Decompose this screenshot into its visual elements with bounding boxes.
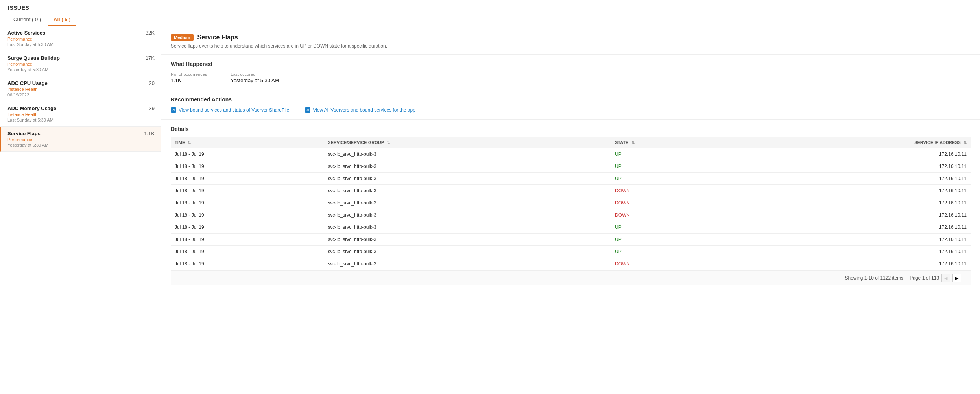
cell-time: Jul 18 - Jul 19 [171,185,324,197]
table-row: Jul 18 - Jul 19 svc-lb_srvc_http-bulk-3 … [171,148,971,160]
cell-ip: 172.16.10.11 [723,221,971,234]
tab-all[interactable]: All ( 5 ) [48,14,76,26]
issue-count: 1.1K [144,131,155,136]
issue-count: 17K [146,55,155,61]
stat-item-1: Last occured Yesterday at 5:30 AM [231,72,279,83]
stat-label: No. of occurrences [171,72,207,77]
cell-time: Jul 18 - Jul 19 [171,221,324,234]
issue-item-header: ADC CPU Usage 20 [7,80,155,86]
table-row: Jul 18 - Jul 19 svc-lb_srvc_http-bulk-3 … [171,197,971,209]
cell-state: UP [611,246,723,258]
cell-service: svc-lb_srvc_http-bulk-3 [324,234,611,246]
cell-time: Jul 18 - Jul 19 [171,197,324,209]
issue-category: Performance [7,62,155,66]
recommended-actions-section: Recommended Actions View bound services … [161,90,980,120]
main-panel: Medium Service Flaps Service flaps event… [161,26,980,394]
issue-item-2[interactable]: Surge Queue Buildup 17K Performance Yest… [0,51,161,76]
details-table: TIME ⇅SERVICE/SERVICE GROUP ⇅STATE ⇅SERV… [171,137,971,270]
cell-time: Jul 18 - Jul 19 [171,160,324,173]
cell-service: svc-lb_srvc_http-bulk-3 [324,148,611,160]
stat-label: Last occured [231,72,279,77]
sort-icon-ip: ⇅ [963,140,967,145]
showing-text: Showing 1-10 of 1122 items [845,275,904,281]
app-layout: ISSUES Current ( 0 ) All ( 5 ) Active Se… [0,0,980,394]
prev-page-button[interactable]: ◀ [941,274,950,282]
severity-badge: Medium [171,34,194,41]
cell-service: svc-lb_srvc_http-bulk-3 [324,221,611,234]
issue-item-4[interactable]: ADC Memory Usage 39 Instance Health Last… [0,101,161,127]
cell-ip: 172.16.10.11 [723,197,971,209]
table-row: Jul 18 - Jul 19 svc-lb_srvc_http-bulk-3 … [171,246,971,258]
issue-item-header: Service Flaps 1.1K [7,131,155,136]
cell-state: DOWN [611,185,723,197]
issue-name: ADC Memory Usage [7,105,56,111]
cell-service: svc-lb_srvc_http-bulk-3 [324,160,611,173]
issue-item-3[interactable]: ADC CPU Usage 20 Instance Health 06/19/2… [0,76,161,101]
recommended-actions-title: Recommended Actions [171,96,971,103]
action-link-text: View All Vservers and bound services for… [313,107,415,113]
cell-ip: 172.16.10.11 [723,148,971,160]
page-label: Page 1 of 113 [910,275,939,281]
table-row: Jul 18 - Jul 19 svc-lb_srvc_http-bulk-3 … [171,234,971,246]
external-link-icon [171,107,176,113]
cell-ip: 172.16.10.11 [723,246,971,258]
issue-category: Performance [7,137,155,142]
page-title: ISSUES [8,5,972,11]
content-area: Active Services 32K Performance Last Sun… [0,26,980,394]
issue-category: Instance Health [7,112,155,117]
issue-item-header: Surge Queue Buildup 17K [7,55,155,61]
detail-header: Medium Service Flaps Service flaps event… [161,26,980,55]
cell-state: DOWN [611,258,723,270]
tab-bar: Current ( 0 ) All ( 5 ) [8,14,972,26]
stat-item-0: No. of occurrences 1.1K [171,72,207,83]
cell-state: UP [611,234,723,246]
cell-time: Jul 18 - Jul 19 [171,258,324,270]
action-link-1[interactable]: View All Vservers and bound services for… [305,107,415,113]
next-page-button[interactable]: ▶ [952,274,961,282]
cell-state: DOWN [611,197,723,209]
stats-row: No. of occurrences 1.1K Last occured Yes… [171,72,971,83]
details-section: Details TIME ⇅SERVICE/SERVICE GROUP ⇅STA… [161,120,980,285]
cell-time: Jul 18 - Jul 19 [171,173,324,185]
detail-description: Service flaps events help to understand … [171,43,971,49]
cell-ip: 172.16.10.11 [723,185,971,197]
cell-service: svc-lb_srvc_http-bulk-3 [324,173,611,185]
table-body: Jul 18 - Jul 19 svc-lb_srvc_http-bulk-3 … [171,148,971,270]
th-state[interactable]: STATE ⇅ [611,137,723,148]
issue-time: 06/19/2022 [7,92,155,97]
cell-ip: 172.16.10.11 [723,258,971,270]
th-service[interactable]: SERVICE/SERVICE GROUP ⇅ [324,137,611,148]
what-happened-title: What Happened [171,61,971,67]
sidebar: Active Services 32K Performance Last Sun… [0,26,161,394]
detail-title: Service Flaps [197,34,238,41]
table-row: Jul 18 - Jul 19 svc-lb_srvc_http-bulk-3 … [171,173,971,185]
issue-name: Service Flaps [7,131,41,136]
issue-count: 32K [146,30,155,36]
issue-name: Surge Queue Buildup [7,55,60,61]
th-time[interactable]: TIME ⇅ [171,137,324,148]
page-header: ISSUES Current ( 0 ) All ( 5 ) [0,0,980,26]
issue-time: Yesterday at 5:30 AM [7,143,155,147]
table-row: Jul 18 - Jul 19 svc-lb_srvc_http-bulk-3 … [171,221,971,234]
cell-ip: 172.16.10.11 [723,209,971,221]
cell-service: svc-lb_srvc_http-bulk-3 [324,197,611,209]
issue-item-5[interactable]: Service Flaps 1.1K Performance Yesterday… [0,127,161,152]
cell-state: UP [611,221,723,234]
cell-state: UP [611,148,723,160]
cell-state: UP [611,173,723,185]
cell-ip: 172.16.10.11 [723,173,971,185]
stat-value: Yesterday at 5:30 AM [231,77,279,83]
sort-icon-time: ⇅ [188,140,191,145]
table-row: Jul 18 - Jul 19 svc-lb_srvc_http-bulk-3 … [171,258,971,270]
cell-service: svc-lb_srvc_http-bulk-3 [324,246,611,258]
issue-item-1[interactable]: Active Services 32K Performance Last Sun… [0,26,161,51]
issue-time: Last Sunday at 5:30 AM [7,42,155,47]
action-link-0[interactable]: View bound services and status of Vserve… [171,107,289,113]
cell-state: DOWN [611,209,723,221]
table-row: Jul 18 - Jul 19 svc-lb_srvc_http-bulk-3 … [171,160,971,173]
th-ip[interactable]: SERVICE IP ADDRESS ⇅ [723,137,971,148]
issue-category: Performance [7,37,155,41]
cell-ip: 172.16.10.11 [723,234,971,246]
cell-service: svc-lb_srvc_http-bulk-3 [324,185,611,197]
tab-current[interactable]: Current ( 0 ) [8,14,46,26]
